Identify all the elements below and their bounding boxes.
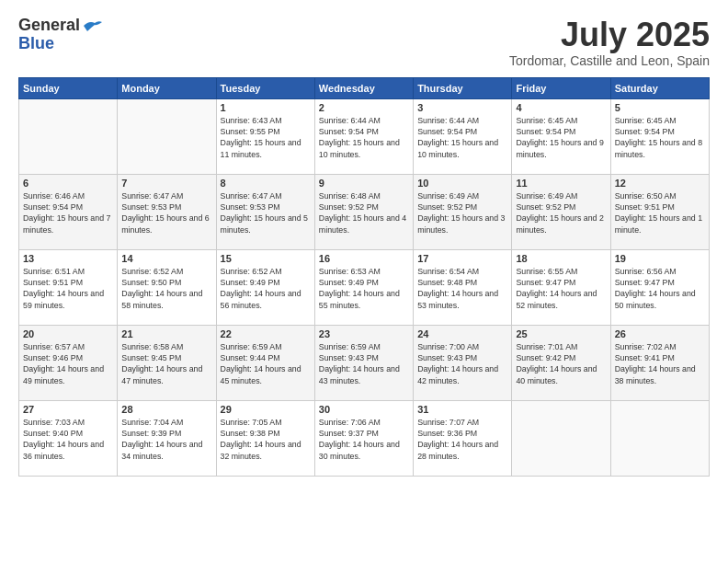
calendar-cell (118, 98, 216, 174)
calendar-cell: 2Sunrise: 6:44 AM Sunset: 9:54 PM Daylig… (314, 98, 413, 174)
day-info: Sunrise: 6:50 AM Sunset: 9:51 PM Dayligh… (615, 190, 705, 236)
day-number: 16 (319, 253, 409, 264)
day-info: Sunrise: 6:43 AM Sunset: 9:55 PM Dayligh… (221, 115, 311, 160)
calendar-header-row: SundayMondayTuesdayWednesdayThursdayFrid… (19, 77, 710, 98)
calendar-cell: 12Sunrise: 6:50 AM Sunset: 9:51 PM Dayli… (610, 174, 709, 249)
calendar-cell: 17Sunrise: 6:54 AM Sunset: 9:48 PM Dayli… (414, 249, 512, 325)
calendar-cell: 15Sunrise: 6:52 AM Sunset: 9:49 PM Dayli… (216, 249, 314, 325)
subtitle: Tordomar, Castille and Leon, Spain (509, 53, 710, 68)
day-number: 3 (417, 102, 507, 113)
calendar-cell: 10Sunrise: 6:49 AM Sunset: 9:52 PM Dayli… (414, 174, 512, 249)
day-number: 5 (615, 102, 705, 113)
day-info: Sunrise: 6:53 AM Sunset: 9:49 PM Dayligh… (319, 266, 409, 311)
calendar-cell (512, 400, 610, 476)
day-info: Sunrise: 6:47 AM Sunset: 9:53 PM Dayligh… (221, 190, 311, 236)
day-info: Sunrise: 6:55 AM Sunset: 9:47 PM Dayligh… (516, 266, 606, 311)
calendar-header-sunday: Sunday (19, 77, 118, 98)
day-number: 15 (221, 253, 311, 264)
day-info: Sunrise: 6:52 AM Sunset: 9:50 PM Dayligh… (121, 266, 211, 311)
day-number: 20 (23, 328, 113, 339)
day-number: 12 (615, 178, 705, 189)
day-number: 17 (417, 253, 507, 264)
calendar-week-row: 13Sunrise: 6:51 AM Sunset: 9:51 PM Dayli… (19, 249, 710, 325)
main-title: July 2025 (509, 17, 710, 53)
calendar-header-monday: Monday (118, 77, 216, 98)
calendar-header-thursday: Thursday (414, 77, 512, 98)
calendar-cell: 31Sunrise: 7:07 AM Sunset: 9:36 PM Dayli… (414, 400, 512, 476)
day-number: 25 (516, 328, 606, 339)
day-number: 30 (319, 404, 409, 415)
calendar-cell (610, 400, 709, 476)
calendar-cell: 11Sunrise: 6:49 AM Sunset: 9:52 PM Dayli… (512, 174, 610, 249)
calendar-week-row: 20Sunrise: 6:57 AM Sunset: 9:46 PM Dayli… (19, 325, 710, 400)
day-number: 22 (221, 328, 311, 339)
day-info: Sunrise: 6:52 AM Sunset: 9:49 PM Dayligh… (221, 266, 311, 311)
logo-general-text: General (18, 17, 80, 35)
day-number: 29 (221, 404, 311, 415)
day-number: 24 (417, 328, 507, 339)
day-number: 18 (516, 253, 606, 264)
day-info: Sunrise: 6:57 AM Sunset: 9:46 PM Dayligh… (23, 341, 113, 386)
day-number: 10 (417, 178, 507, 189)
calendar-cell: 19Sunrise: 6:56 AM Sunset: 9:47 PM Dayli… (610, 249, 709, 325)
day-number: 26 (615, 328, 705, 339)
day-number: 8 (221, 178, 311, 189)
calendar-table: SundayMondayTuesdayWednesdayThursdayFrid… (18, 77, 710, 477)
calendar-cell: 22Sunrise: 6:59 AM Sunset: 9:44 PM Dayli… (216, 325, 314, 400)
calendar-cell: 4Sunrise: 6:45 AM Sunset: 9:54 PM Daylig… (512, 98, 610, 174)
day-number: 31 (417, 404, 507, 415)
calendar-cell: 6Sunrise: 6:46 AM Sunset: 9:54 PM Daylig… (19, 174, 118, 249)
day-info: Sunrise: 7:01 AM Sunset: 9:42 PM Dayligh… (516, 341, 606, 386)
day-number: 21 (121, 328, 211, 339)
day-info: Sunrise: 6:59 AM Sunset: 9:44 PM Dayligh… (221, 341, 311, 386)
day-number: 14 (121, 253, 211, 264)
calendar-cell: 30Sunrise: 7:06 AM Sunset: 9:37 PM Dayli… (314, 400, 413, 476)
day-info: Sunrise: 6:47 AM Sunset: 9:53 PM Dayligh… (121, 190, 211, 236)
calendar-cell: 18Sunrise: 6:55 AM Sunset: 9:47 PM Dayli… (512, 249, 610, 325)
day-number: 13 (23, 253, 113, 264)
calendar-cell: 24Sunrise: 7:00 AM Sunset: 9:43 PM Dayli… (414, 325, 512, 400)
calendar-cell: 5Sunrise: 6:45 AM Sunset: 9:54 PM Daylig… (610, 98, 709, 174)
calendar-cell: 7Sunrise: 6:47 AM Sunset: 9:53 PM Daylig… (118, 174, 216, 249)
calendar-week-row: 6Sunrise: 6:46 AM Sunset: 9:54 PM Daylig… (19, 174, 710, 249)
day-info: Sunrise: 6:45 AM Sunset: 9:54 PM Dayligh… (516, 115, 606, 160)
day-info: Sunrise: 6:49 AM Sunset: 9:52 PM Dayligh… (516, 190, 606, 236)
calendar-cell: 3Sunrise: 6:44 AM Sunset: 9:54 PM Daylig… (414, 98, 512, 174)
day-info: Sunrise: 7:00 AM Sunset: 9:43 PM Dayligh… (417, 341, 507, 386)
calendar-cell: 23Sunrise: 6:59 AM Sunset: 9:43 PM Dayli… (314, 325, 413, 400)
calendar-cell: 29Sunrise: 7:05 AM Sunset: 9:38 PM Dayli… (216, 400, 314, 476)
day-info: Sunrise: 7:04 AM Sunset: 9:39 PM Dayligh… (121, 417, 211, 462)
day-info: Sunrise: 7:07 AM Sunset: 9:36 PM Dayligh… (417, 417, 507, 462)
day-number: 7 (121, 178, 211, 189)
calendar-cell: 9Sunrise: 6:48 AM Sunset: 9:52 PM Daylig… (314, 174, 413, 249)
calendar-week-row: 27Sunrise: 7:03 AM Sunset: 9:40 PM Dayli… (19, 400, 710, 476)
calendar-cell: 25Sunrise: 7:01 AM Sunset: 9:42 PM Dayli… (512, 325, 610, 400)
day-number: 28 (121, 404, 211, 415)
calendar-cell: 20Sunrise: 6:57 AM Sunset: 9:46 PM Dayli… (19, 325, 118, 400)
calendar-cell: 14Sunrise: 6:52 AM Sunset: 9:50 PM Dayli… (118, 249, 216, 325)
day-number: 27 (23, 404, 113, 415)
header: General Blue July 2025 Tordomar, Castill… (18, 17, 710, 68)
calendar-header-saturday: Saturday (610, 77, 709, 98)
day-info: Sunrise: 7:05 AM Sunset: 9:38 PM Dayligh… (221, 417, 311, 462)
calendar-header-wednesday: Wednesday (314, 77, 413, 98)
calendar-header-tuesday: Tuesday (216, 77, 314, 98)
day-info: Sunrise: 6:58 AM Sunset: 9:45 PM Dayligh… (121, 341, 211, 386)
day-number: 2 (319, 102, 409, 113)
calendar-week-row: 1Sunrise: 6:43 AM Sunset: 9:55 PM Daylig… (19, 98, 710, 174)
calendar-cell: 28Sunrise: 7:04 AM Sunset: 9:39 PM Dayli… (118, 400, 216, 476)
calendar-cell: 27Sunrise: 7:03 AM Sunset: 9:40 PM Dayli… (19, 400, 118, 476)
day-info: Sunrise: 6:49 AM Sunset: 9:52 PM Dayligh… (417, 190, 507, 236)
logo-bird-icon (82, 18, 102, 33)
day-info: Sunrise: 6:56 AM Sunset: 9:47 PM Dayligh… (615, 266, 705, 311)
calendar-cell: 13Sunrise: 6:51 AM Sunset: 9:51 PM Dayli… (19, 249, 118, 325)
calendar-cell (19, 98, 118, 174)
day-number: 4 (516, 102, 606, 113)
day-info: Sunrise: 6:44 AM Sunset: 9:54 PM Dayligh… (417, 115, 507, 160)
day-info: Sunrise: 6:46 AM Sunset: 9:54 PM Dayligh… (23, 190, 113, 236)
calendar-cell: 8Sunrise: 6:47 AM Sunset: 9:53 PM Daylig… (216, 174, 314, 249)
day-number: 11 (516, 178, 606, 189)
logo-blue-text: Blue (18, 35, 54, 53)
calendar-header-friday: Friday (512, 77, 610, 98)
calendar-cell: 1Sunrise: 6:43 AM Sunset: 9:55 PM Daylig… (216, 98, 314, 174)
